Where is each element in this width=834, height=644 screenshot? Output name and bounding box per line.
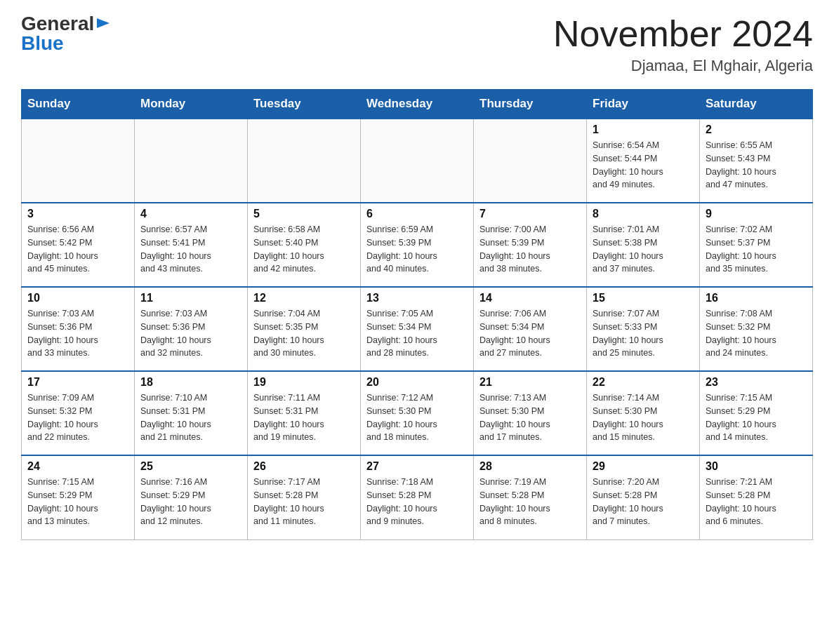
calendar-cell: 21Sunrise: 7:13 AMSunset: 5:30 PMDayligh…	[474, 371, 587, 455]
calendar-header-row: SundayMondayTuesdayWednesdayThursdayFrid…	[22, 90, 813, 119]
day-info: Sunrise: 7:03 AMSunset: 5:36 PMDaylight:…	[27, 307, 128, 360]
day-number: 7	[479, 208, 581, 220]
calendar-cell: 5Sunrise: 6:58 AMSunset: 5:40 PMDaylight…	[248, 203, 361, 287]
logo-triangle-icon	[95, 15, 111, 31]
day-info: Sunrise: 7:18 AMSunset: 5:28 PMDaylight:…	[366, 476, 468, 528]
calendar-cell: 2Sunrise: 6:55 AMSunset: 5:43 PMDaylight…	[700, 119, 813, 203]
day-info: Sunrise: 7:15 AMSunset: 5:29 PMDaylight:…	[706, 391, 807, 444]
day-info: Sunrise: 7:12 AMSunset: 5:30 PMDaylight:…	[366, 391, 468, 444]
day-number: 15	[593, 292, 694, 304]
day-info: Sunrise: 6:56 AMSunset: 5:42 PMDaylight:…	[27, 223, 128, 276]
day-info: Sunrise: 7:16 AMSunset: 5:29 PMDaylight:…	[140, 476, 241, 528]
logo: General Blue	[21, 14, 111, 53]
svg-marker-0	[97, 18, 110, 28]
day-number: 5	[253, 208, 355, 220]
day-number: 20	[366, 376, 468, 389]
location-subtitle: Djamaa, El Mghair, Algeria	[553, 57, 813, 75]
day-number: 27	[366, 460, 468, 473]
day-number: 30	[706, 460, 807, 473]
day-info: Sunrise: 7:02 AMSunset: 5:37 PMDaylight:…	[706, 223, 807, 276]
calendar-cell: 15Sunrise: 7:07 AMSunset: 5:33 PMDayligh…	[587, 287, 700, 371]
calendar-cell	[248, 119, 361, 203]
day-number: 14	[479, 292, 581, 304]
day-number: 12	[253, 292, 355, 304]
day-number: 8	[593, 208, 694, 220]
day-info: Sunrise: 7:21 AMSunset: 5:28 PMDaylight:…	[706, 476, 807, 528]
calendar-cell: 28Sunrise: 7:19 AMSunset: 5:28 PMDayligh…	[474, 455, 587, 539]
day-number: 11	[140, 292, 241, 304]
day-info: Sunrise: 7:08 AMSunset: 5:32 PMDaylight:…	[706, 307, 807, 360]
calendar-cell: 10Sunrise: 7:03 AMSunset: 5:36 PMDayligh…	[22, 287, 135, 371]
day-number: 1	[593, 123, 694, 136]
day-info: Sunrise: 7:13 AMSunset: 5:30 PMDaylight:…	[479, 391, 581, 444]
day-info: Sunrise: 6:57 AMSunset: 5:41 PMDaylight:…	[140, 223, 241, 276]
calendar-header-tuesday: Tuesday	[248, 90, 361, 119]
day-number: 16	[706, 292, 807, 304]
day-info: Sunrise: 7:10 AMSunset: 5:31 PMDaylight:…	[140, 391, 241, 444]
day-number: 29	[593, 460, 694, 473]
calendar-cell: 24Sunrise: 7:15 AMSunset: 5:29 PMDayligh…	[22, 455, 135, 539]
day-info: Sunrise: 6:59 AMSunset: 5:39 PMDaylight:…	[366, 223, 468, 276]
calendar-cell: 22Sunrise: 7:14 AMSunset: 5:30 PMDayligh…	[587, 371, 700, 455]
day-info: Sunrise: 7:07 AMSunset: 5:33 PMDaylight:…	[593, 307, 694, 360]
day-info: Sunrise: 7:01 AMSunset: 5:38 PMDaylight:…	[593, 223, 694, 276]
page-header: General Blue November 2024 Djamaa, El Mg…	[21, 14, 813, 75]
calendar-week-row: 3Sunrise: 6:56 AMSunset: 5:42 PMDaylight…	[22, 203, 813, 287]
day-info: Sunrise: 7:11 AMSunset: 5:31 PMDaylight:…	[253, 391, 355, 444]
day-info: Sunrise: 6:55 AMSunset: 5:43 PMDaylight:…	[706, 139, 807, 192]
day-number: 13	[366, 292, 468, 304]
calendar-cell: 23Sunrise: 7:15 AMSunset: 5:29 PMDayligh…	[700, 371, 813, 455]
calendar-header-saturday: Saturday	[700, 90, 813, 119]
day-number: 18	[140, 376, 241, 389]
day-number: 24	[27, 460, 128, 473]
day-info: Sunrise: 7:04 AMSunset: 5:35 PMDaylight:…	[253, 307, 355, 360]
calendar-week-row: 24Sunrise: 7:15 AMSunset: 5:29 PMDayligh…	[22, 455, 813, 539]
day-number: 23	[706, 376, 807, 389]
calendar-cell: 7Sunrise: 7:00 AMSunset: 5:39 PMDaylight…	[474, 203, 587, 287]
calendar-cell: 30Sunrise: 7:21 AMSunset: 5:28 PMDayligh…	[700, 455, 813, 539]
day-info: Sunrise: 6:58 AMSunset: 5:40 PMDaylight:…	[253, 223, 355, 276]
day-info: Sunrise: 7:17 AMSunset: 5:28 PMDaylight:…	[253, 476, 355, 528]
day-info: Sunrise: 7:09 AMSunset: 5:32 PMDaylight:…	[27, 391, 128, 444]
calendar-cell: 4Sunrise: 6:57 AMSunset: 5:41 PMDaylight…	[135, 203, 248, 287]
logo-general-text: General	[21, 14, 94, 34]
logo-blue-text: Blue	[21, 34, 64, 53]
calendar-cell: 25Sunrise: 7:16 AMSunset: 5:29 PMDayligh…	[135, 455, 248, 539]
month-year-title: November 2024	[553, 14, 813, 54]
calendar-cell	[361, 119, 474, 203]
day-info: Sunrise: 7:06 AMSunset: 5:34 PMDaylight:…	[479, 307, 581, 360]
calendar-week-row: 10Sunrise: 7:03 AMSunset: 5:36 PMDayligh…	[22, 287, 813, 371]
calendar-cell	[135, 119, 248, 203]
calendar-cell: 6Sunrise: 6:59 AMSunset: 5:39 PMDaylight…	[361, 203, 474, 287]
calendar-cell: 20Sunrise: 7:12 AMSunset: 5:30 PMDayligh…	[361, 371, 474, 455]
calendar-header-monday: Monday	[135, 90, 248, 119]
calendar-cell: 13Sunrise: 7:05 AMSunset: 5:34 PMDayligh…	[361, 287, 474, 371]
calendar-cell: 1Sunrise: 6:54 AMSunset: 5:44 PMDaylight…	[587, 119, 700, 203]
calendar-cell: 12Sunrise: 7:04 AMSunset: 5:35 PMDayligh…	[248, 287, 361, 371]
day-info: Sunrise: 6:54 AMSunset: 5:44 PMDaylight:…	[593, 139, 694, 192]
calendar-cell: 9Sunrise: 7:02 AMSunset: 5:37 PMDaylight…	[700, 203, 813, 287]
day-number: 22	[593, 376, 694, 389]
day-info: Sunrise: 7:03 AMSunset: 5:36 PMDaylight:…	[140, 307, 241, 360]
calendar-cell: 26Sunrise: 7:17 AMSunset: 5:28 PMDayligh…	[248, 455, 361, 539]
day-number: 19	[253, 376, 355, 389]
day-number: 17	[27, 376, 128, 389]
day-number: 9	[706, 208, 807, 220]
day-number: 3	[27, 208, 128, 220]
day-number: 25	[140, 460, 241, 473]
calendar-cell: 14Sunrise: 7:06 AMSunset: 5:34 PMDayligh…	[474, 287, 587, 371]
day-number: 2	[706, 123, 807, 136]
calendar-cell: 16Sunrise: 7:08 AMSunset: 5:32 PMDayligh…	[700, 287, 813, 371]
calendar-table: SundayMondayTuesdayWednesdayThursdayFrid…	[21, 89, 813, 540]
title-block: November 2024 Djamaa, El Mghair, Algeria	[553, 14, 813, 75]
calendar-header-wednesday: Wednesday	[361, 90, 474, 119]
calendar-header-thursday: Thursday	[474, 90, 587, 119]
day-info: Sunrise: 7:20 AMSunset: 5:28 PMDaylight:…	[593, 476, 694, 528]
day-number: 10	[27, 292, 128, 304]
day-info: Sunrise: 7:05 AMSunset: 5:34 PMDaylight:…	[366, 307, 468, 360]
calendar-cell	[474, 119, 587, 203]
calendar-cell: 8Sunrise: 7:01 AMSunset: 5:38 PMDaylight…	[587, 203, 700, 287]
calendar-week-row: 1Sunrise: 6:54 AMSunset: 5:44 PMDaylight…	[22, 119, 813, 203]
calendar-cell: 3Sunrise: 6:56 AMSunset: 5:42 PMDaylight…	[22, 203, 135, 287]
calendar-cell: 29Sunrise: 7:20 AMSunset: 5:28 PMDayligh…	[587, 455, 700, 539]
